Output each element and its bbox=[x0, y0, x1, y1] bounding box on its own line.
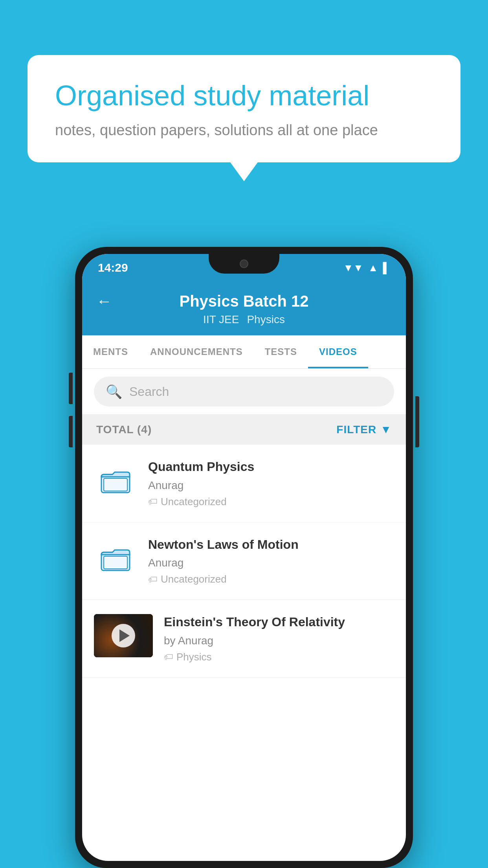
wifi-icon: ▼▼ bbox=[343, 262, 363, 274]
folder-icon-wrap bbox=[94, 459, 137, 502]
tab-announcements[interactable]: ANNOUNCEMENTS bbox=[139, 335, 254, 368]
phone-frame: 14:29 ▼▼ ▲ ▌ ← Physics Batch 12 IIT JEE bbox=[75, 247, 413, 868]
phone-container: 14:29 ▼▼ ▲ ▌ ← Physics Batch 12 IIT JEE bbox=[75, 247, 413, 868]
tag-icon: 🏷 bbox=[164, 651, 173, 662]
search-container: 🔍 Search bbox=[82, 369, 406, 415]
tag-label: Physics bbox=[176, 651, 212, 663]
video-author: Anurag bbox=[148, 479, 394, 492]
video-title: Quantum Physics bbox=[148, 459, 394, 475]
search-box[interactable]: 🔍 Search bbox=[94, 377, 394, 406]
filter-icon: ▼ bbox=[380, 423, 392, 436]
search-input[interactable]: Search bbox=[129, 384, 382, 399]
speech-bubble: Organised study material notes, question… bbox=[28, 55, 460, 162]
bubble-title: Organised study material bbox=[55, 79, 433, 112]
folder-icon bbox=[100, 542, 131, 574]
folder-icon-wrap bbox=[94, 537, 137, 580]
video-tag: 🏷 Uncategorized bbox=[148, 573, 394, 585]
tab-ments[interactable]: MENTS bbox=[82, 335, 139, 368]
tag-label: Uncategorized bbox=[161, 573, 227, 585]
video-list: Quantum Physics Anurag 🏷 Uncategorized bbox=[82, 445, 406, 678]
tag-icon: 🏷 bbox=[148, 574, 158, 585]
video-thumbnail[interactable] bbox=[94, 614, 153, 657]
front-camera bbox=[240, 259, 248, 268]
video-title: Newton's Laws of Motion bbox=[148, 537, 394, 553]
filter-label: FILTER bbox=[336, 423, 376, 436]
tag-icon: 🏷 bbox=[148, 496, 158, 507]
filter-bar: TOTAL (4) FILTER ▼ bbox=[82, 415, 406, 445]
status-icons: ▼▼ ▲ ▌ bbox=[343, 262, 390, 274]
total-count-label: TOTAL (4) bbox=[96, 423, 152, 436]
tag-label: Uncategorized bbox=[161, 496, 227, 508]
play-triangle-icon bbox=[119, 629, 130, 642]
svg-rect-1 bbox=[104, 478, 127, 491]
back-button[interactable]: ← bbox=[96, 292, 112, 310]
video-author: by Anurag bbox=[164, 634, 394, 647]
search-icon: 🔍 bbox=[106, 384, 122, 399]
volume-up-button[interactable] bbox=[69, 373, 73, 404]
speech-bubble-area: Organised study material notes, question… bbox=[28, 55, 460, 162]
video-author: Anurag bbox=[148, 557, 394, 569]
notch bbox=[209, 254, 279, 274]
bubble-subtitle: notes, question papers, solutions all at… bbox=[55, 122, 433, 139]
list-item[interactable]: Newton's Laws of Motion Anurag 🏷 Uncateg… bbox=[82, 522, 406, 600]
folder-icon bbox=[100, 465, 131, 496]
header-tags: IIT JEE Physics bbox=[203, 313, 285, 326]
video-tag: 🏷 Physics bbox=[164, 651, 394, 663]
svg-rect-3 bbox=[104, 556, 127, 569]
list-item[interactable]: Einstein's Theory Of Relativity by Anura… bbox=[82, 600, 406, 678]
video-title: Einstein's Theory Of Relativity bbox=[164, 614, 394, 631]
video-info: Newton's Laws of Motion Anurag 🏷 Uncateg… bbox=[148, 537, 394, 586]
header-tag-physics: Physics bbox=[247, 313, 284, 326]
phone-screen: 14:29 ▼▼ ▲ ▌ ← Physics Batch 12 IIT JEE bbox=[82, 254, 406, 861]
tab-videos[interactable]: VIDEOS bbox=[308, 335, 368, 368]
play-button[interactable] bbox=[112, 624, 135, 647]
status-time: 14:29 bbox=[98, 261, 128, 274]
volume-down-button[interactable] bbox=[69, 416, 73, 447]
app-header: ← Physics Batch 12 IIT JEE Physics bbox=[82, 281, 406, 335]
battery-icon: ▌ bbox=[383, 262, 390, 274]
header-tag-iitjee: IIT JEE bbox=[203, 313, 239, 326]
screen-body: 🔍 Search TOTAL (4) FILTER ▼ bbox=[82, 369, 406, 861]
video-tag: 🏷 Uncategorized bbox=[148, 496, 394, 508]
tab-tests[interactable]: TESTS bbox=[254, 335, 308, 368]
tab-bar: MENTS ANNOUNCEMENTS TESTS VIDEOS bbox=[82, 335, 406, 369]
filter-button[interactable]: FILTER ▼ bbox=[336, 423, 392, 436]
video-info: Einstein's Theory Of Relativity by Anura… bbox=[164, 614, 394, 663]
video-info: Quantum Physics Anurag 🏷 Uncategorized bbox=[148, 459, 394, 508]
header-title: Physics Batch 12 bbox=[179, 292, 308, 310]
signal-icon: ▲ bbox=[368, 262, 378, 274]
power-button[interactable] bbox=[415, 396, 419, 447]
list-item[interactable]: Quantum Physics Anurag 🏷 Uncategorized bbox=[82, 445, 406, 522]
